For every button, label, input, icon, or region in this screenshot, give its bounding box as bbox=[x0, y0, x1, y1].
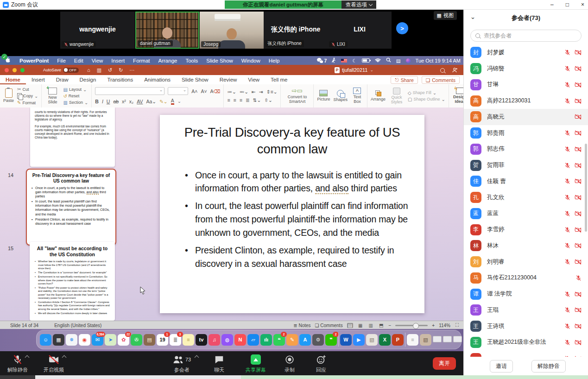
normal-view-button[interactable]: ▤ bbox=[347, 323, 353, 328]
scrollbar-thumb[interactable] bbox=[585, 144, 587, 232]
participant-row[interactable]: 刘 刘明睿 bbox=[464, 254, 588, 270]
participant-row[interactable]: 王 王诗琪 bbox=[464, 318, 588, 335]
slide-thumbnail-13[interactable]: courts to remedy violations of their rig… bbox=[30, 107, 115, 167]
facetime-icon[interactable]: ✇ bbox=[131, 334, 142, 346]
save-icon[interactable]: ▥ bbox=[97, 67, 101, 73]
video-tile-wangwenjie[interactable]: wangwenjie wangwenjie bbox=[60, 12, 135, 49]
preview-window-icon[interactable]: ▧ bbox=[366, 334, 378, 346]
character-spacing-button[interactable]: AV bbox=[137, 99, 143, 104]
menubar-item[interactable]: Window bbox=[237, 58, 265, 63]
next-videos-button[interactable]: > bbox=[396, 22, 408, 34]
change-case-button[interactable]: Aa⌄ bbox=[146, 99, 156, 104]
more-icon[interactable]: ⋯ bbox=[130, 67, 135, 73]
participant-row[interactable]: 蓝 蓝蓝 bbox=[464, 206, 588, 222]
participant-row[interactable]: 高 高婷2121230031 bbox=[464, 93, 588, 109]
mac-zoom-button[interactable] bbox=[20, 68, 25, 72]
calendar-icon[interactable]: 19 1 bbox=[157, 334, 168, 346]
menubar-item[interactable]: Format bbox=[129, 58, 154, 63]
participant-row[interactable]: 封 封梦媛 bbox=[464, 44, 588, 61]
slide-thumbnail-15[interactable]: All "law" must be according to the US Co… bbox=[30, 242, 115, 321]
invite-button[interactable]: 邀请 bbox=[490, 360, 513, 373]
share-screen-button[interactable]: 共享屏幕 bbox=[246, 354, 266, 373]
picture-button[interactable]: Picture bbox=[317, 90, 330, 102]
minimized-window[interactable] bbox=[443, 336, 452, 343]
ribbon-tab[interactable]: Review bbox=[214, 75, 243, 84]
menubar-item[interactable]: Tools bbox=[181, 58, 202, 63]
chevron-up-icon[interactable] bbox=[62, 355, 67, 360]
copy-button[interactable]: Copy ⌄ bbox=[17, 93, 38, 99]
participant-row[interactable]: 林 林沐 bbox=[464, 238, 588, 254]
unmute-all-button[interactable]: 解除静音 bbox=[531, 360, 566, 373]
video-tile-josepg[interactable]: Josepg bbox=[200, 12, 264, 49]
reading-view-button[interactable]: ▥ bbox=[368, 323, 374, 328]
finder-icon[interactable]: ☺ bbox=[40, 334, 51, 346]
participant-row[interactable]: 谭 谭 法学院 bbox=[464, 286, 588, 302]
unmute-button[interactable]: 解除静音 bbox=[7, 354, 28, 373]
participant-row[interactable]: 王 王琨 bbox=[464, 302, 588, 318]
zoom-slider-thumb[interactable] bbox=[413, 323, 419, 329]
participant-row[interactable]: 郭 郭贵雨 bbox=[464, 125, 588, 141]
design-ideas-button[interactable]: Design Ideas bbox=[452, 88, 463, 104]
autosave-toggle[interactable]: OFF bbox=[63, 68, 79, 73]
siri-icon[interactable] bbox=[406, 58, 411, 63]
menubar-item[interactable]: Insert bbox=[107, 58, 129, 63]
ribbon-tab[interactable]: Home bbox=[0, 75, 26, 84]
increase-indent-button[interactable]: ⇥ bbox=[259, 89, 263, 95]
redo-icon[interactable]: ↻ bbox=[119, 67, 123, 73]
input-method-icon[interactable] bbox=[332, 57, 336, 64]
share-button[interactable]: ⎋Share bbox=[391, 76, 417, 84]
clear-formatting-button[interactable]: A⌫ bbox=[210, 88, 221, 94]
section-button[interactable]: ▥Section ⌄ bbox=[63, 100, 88, 105]
comments-button[interactable]: ❏Comments bbox=[422, 76, 460, 84]
arrange-button[interactable]: Arrange bbox=[371, 90, 386, 102]
record-button[interactable]: 录制 bbox=[285, 354, 295, 373]
slide-sorter-view-button[interactable]: ▦ bbox=[357, 323, 363, 328]
highlight-color-button[interactable]: ✎⌄ bbox=[159, 99, 168, 104]
main-slide[interactable]: Pre-Trial Discovery-a key feature of US … bbox=[160, 115, 424, 313]
photos-icon[interactable]: ✿ 22 bbox=[118, 334, 129, 346]
ribbon-tab[interactable]: Animations bbox=[139, 75, 176, 84]
wifi-icon[interactable] bbox=[375, 58, 381, 63]
menubar-item[interactable]: Edit bbox=[70, 58, 88, 63]
notes-button[interactable]: ≣ Notes bbox=[293, 323, 310, 328]
zoom-app-icon[interactable]: ▶ bbox=[353, 334, 365, 346]
document-title[interactable]: P tjufall20211 ⌄ bbox=[335, 65, 373, 75]
align-text-button[interactable]: ⇳⌄ bbox=[264, 97, 272, 103]
text-box-button[interactable]: AText Box bbox=[351, 88, 364, 104]
mail-icon[interactable]: ✉ 6,584 bbox=[92, 334, 103, 346]
decrease-font-button[interactable]: A˅ bbox=[201, 88, 207, 94]
menubar-clock[interactable]: Tue Oct 19 9:14 AM bbox=[416, 58, 461, 63]
shape-fill-button[interactable]: ◇Shape Fill ⌄ bbox=[408, 90, 445, 95]
menubar-item[interactable]: Arrange bbox=[154, 58, 182, 63]
zoom-in-button[interactable]: + bbox=[432, 323, 435, 328]
chat-button[interactable]: 聊天 bbox=[214, 354, 224, 373]
align-left-button[interactable]: ≡ bbox=[227, 97, 230, 103]
paste-button[interactable]: Paste bbox=[3, 88, 14, 103]
minimized-window[interactable] bbox=[453, 336, 462, 343]
mac-close-button[interactable] bbox=[5, 68, 9, 72]
share-user-icon[interactable] bbox=[452, 66, 458, 75]
word-icon[interactable]: W bbox=[340, 334, 352, 346]
video-tile-daniel-guttman[interactable]: daniel guttman bbox=[135, 12, 199, 49]
participant-row[interactable]: 佳 佳颖 曹 bbox=[464, 173, 588, 190]
italic-button[interactable]: I bbox=[102, 99, 103, 104]
leave-meeting-button[interactable]: 离开 bbox=[433, 357, 456, 370]
subscript-button[interactable]: x₂ bbox=[129, 99, 133, 104]
spotlight-search-icon[interactable] bbox=[386, 57, 391, 63]
underline-button[interactable]: U bbox=[107, 99, 110, 104]
comments-toggle-button[interactable]: ❏ Comments bbox=[315, 323, 343, 328]
notes-icon[interactable]: ≡ bbox=[183, 334, 194, 346]
view-options-button[interactable]: 查看选项 bbox=[341, 0, 376, 9]
chevron-up-icon[interactable] bbox=[195, 355, 199, 360]
reset-button[interactable]: ↺Reset bbox=[63, 94, 88, 99]
menubar-item[interactable]: PowerPoint bbox=[15, 58, 53, 63]
new-slide-button[interactable]: New Slide bbox=[45, 88, 60, 105]
strikethrough-button[interactable]: ab bbox=[113, 99, 119, 104]
participant-row[interactable]: 甘 甘琳 bbox=[464, 77, 588, 93]
line-spacing-button[interactable]: ⇕≡⌄ bbox=[266, 89, 278, 95]
ribbon-tab[interactable]: View bbox=[242, 75, 265, 84]
video-tile-lixi[interactable]: LIXI LIXI bbox=[328, 12, 392, 49]
participant-row[interactable]: 贺 贺雨菲 bbox=[464, 157, 588, 173]
maximize-button[interactable]: □ bbox=[566, 1, 569, 8]
ribbon-tab[interactable]: Tell me bbox=[265, 75, 293, 84]
